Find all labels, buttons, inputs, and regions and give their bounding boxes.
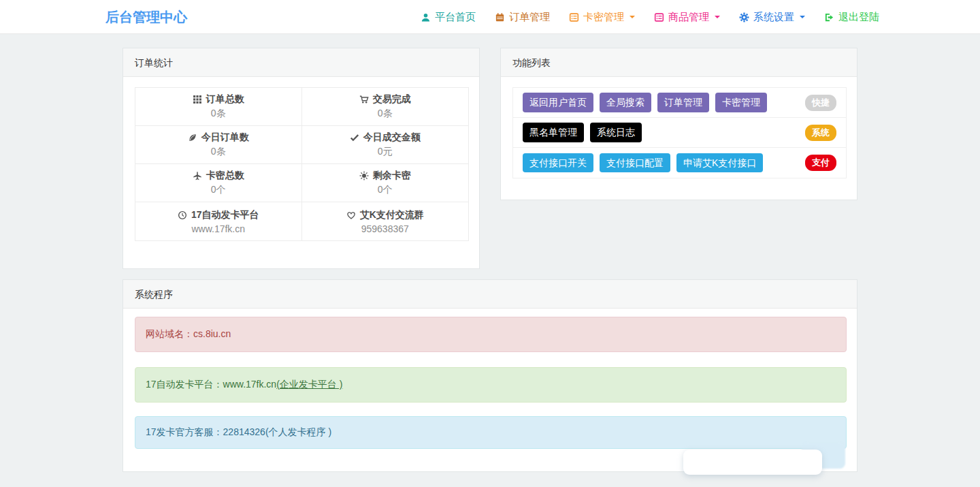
stat-cell-completed: 交易完成 0条 <box>302 88 469 126</box>
alert-official-support: 17发卡官方客服：22814326 (个人发卡程序 ) <box>135 416 847 449</box>
main-nav: 平台首页 订单管理 卡密管理 商品管理 系统设置 <box>421 0 879 34</box>
top-navbar: 后台管理中心 平台首页 订单管理 卡密管理 商品管理 系统 <box>0 0 980 34</box>
stat-cell-platform: 17自动发卡平台 www.17fk.cn <box>135 202 302 240</box>
stat-cell-today-amount: 今日成交金额 0元 <box>302 126 469 164</box>
stat-value: 959638367 <box>361 223 409 234</box>
order-stats-title: 订单统计 <box>123 48 479 77</box>
stat-value: 0个 <box>211 184 226 196</box>
list-icon <box>569 12 579 22</box>
gear-icon <box>739 12 749 22</box>
alert-text: 网站域名：cs.8iu.cn <box>146 328 231 341</box>
stat-value: 0条 <box>378 108 393 120</box>
btn-blacklist-manage[interactable]: 黑名单管理 <box>523 123 584 142</box>
stat-label: 今日订单数 <box>201 131 249 144</box>
badge-system: 系统 <box>805 125 836 141</box>
check-icon <box>350 133 359 142</box>
stat-value: 0个 <box>378 184 393 196</box>
stat-cell-total-orders: 订单总数 0条 <box>135 88 302 126</box>
clock-icon <box>178 210 187 220</box>
stat-label: 剩余卡密 <box>373 170 411 182</box>
heart-icon <box>346 210 356 220</box>
link-enterprise-platform[interactable]: (企业发卡平台 ) <box>276 379 342 391</box>
cart-icon <box>359 95 369 104</box>
function-list-panel: 功能列表 返回用户首页 全局搜索 订单管理 卡密管理 快捷 黑名单管理 系统日志… <box>500 48 858 200</box>
btn-apply-aik-pay[interactable]: 申请艾K支付接口 <box>676 153 763 172</box>
badge-quick: 快捷 <box>805 95 836 111</box>
logout-icon <box>824 12 834 22</box>
alert-card-platform: 17自动发卡平台：www.17fk.cn (企业发卡平台 ) <box>135 367 847 403</box>
function-list-title: 功能列表 <box>501 48 857 77</box>
nav-item-home[interactable]: 平台首页 <box>421 11 476 24</box>
nav-item-label: 卡密管理 <box>583 11 624 24</box>
stat-cell-group: 艾K支付交流群 959638367 <box>302 202 469 240</box>
btn-card-manage[interactable]: 卡密管理 <box>715 93 767 112</box>
list-icon <box>654 12 664 22</box>
app-title: 后台管理中心 <box>105 0 187 34</box>
stat-label: 今日成交金额 <box>363 131 421 144</box>
btn-pay-config[interactable]: 支付接口配置 <box>600 153 670 172</box>
function-row-quick: 返回用户首页 全局搜索 订单管理 卡密管理 快捷 <box>513 88 846 118</box>
chevron-down-icon <box>800 16 805 18</box>
stats-table: 订单总数 0条 交易完成 0条 今日订单数 0条 今日成交金额 0元 卡密总数 … <box>135 87 469 241</box>
btn-order-manage[interactable]: 订单管理 <box>657 93 709 112</box>
stat-label: 艾K支付交流群 <box>360 209 424 221</box>
stat-cell-remaining-cards: 剩余卡密 0个 <box>302 164 469 202</box>
nav-item-orders[interactable]: 订单管理 <box>495 11 550 24</box>
user-icon <box>421 12 431 22</box>
function-row-payment: 支付接口开关 支付接口配置 申请艾K支付接口 支付 <box>513 148 846 178</box>
btn-system-log[interactable]: 系统日志 <box>590 123 642 142</box>
badge-payment: 支付 <box>805 155 836 171</box>
nav-item-label: 商品管理 <box>668 11 709 24</box>
plane-icon <box>193 171 202 180</box>
stat-value: 0条 <box>211 108 226 120</box>
stat-cell-today-orders: 今日订单数 0条 <box>135 126 302 164</box>
nav-item-label: 系统设置 <box>753 11 794 24</box>
system-program-panel: 系统程序 网站域名：cs.8iu.cn 17自动发卡平台：www.17fk.cn… <box>122 279 858 472</box>
alert-text: 17自动发卡平台：www.17fk.cn <box>146 379 276 391</box>
chevron-down-icon <box>630 16 635 18</box>
stat-label: 卡密总数 <box>206 170 244 182</box>
stat-label: 订单总数 <box>206 93 244 106</box>
order-stats-panel: 订单统计 订单总数 0条 交易完成 0条 今日订单数 0条 今日成交金额 0元 … <box>122 48 480 269</box>
stat-label: 17自动发卡平台 <box>191 209 259 221</box>
btn-pay-switch[interactable]: 支付接口开关 <box>523 153 593 172</box>
function-box: 返回用户首页 全局搜索 订单管理 卡密管理 快捷 黑名单管理 系统日志 系统 支… <box>512 87 847 178</box>
page: 后台管理中心 平台首页 订单管理 卡密管理 商品管理 系统 <box>0 0 980 487</box>
alert-site-domain: 网站域名：cs.8iu.cn <box>135 317 847 352</box>
nav-item-label: 退出登陆 <box>838 11 879 24</box>
stat-cell-total-cards: 卡密总数 0个 <box>135 164 302 202</box>
sun-icon <box>359 171 369 180</box>
grid-icon <box>193 95 202 104</box>
alert-text: 17发卡官方客服：22814326 <box>146 426 265 439</box>
nav-item-logout[interactable]: 退出登陆 <box>824 11 879 24</box>
nav-item-settings[interactable]: 系统设置 <box>739 11 805 24</box>
chevron-down-icon <box>715 16 720 18</box>
stat-value: 0元 <box>378 146 393 158</box>
link-personal-program[interactable]: (个人发卡程序 ) <box>265 426 331 439</box>
blur-artifact-white <box>683 450 822 475</box>
btn-back-user-home[interactable]: 返回用户首页 <box>523 93 593 112</box>
stat-value: 0条 <box>211 146 226 158</box>
btn-global-search[interactable]: 全局搜索 <box>600 93 651 112</box>
nav-item-goods[interactable]: 商品管理 <box>654 11 720 24</box>
calendar-icon <box>495 12 505 22</box>
nav-item-label: 订单管理 <box>509 11 550 24</box>
system-program-title: 系统程序 <box>123 280 857 309</box>
stat-label: 交易完成 <box>373 93 411 106</box>
nav-item-label: 平台首页 <box>435 11 476 24</box>
nav-item-cards[interactable]: 卡密管理 <box>569 11 635 24</box>
leaf-icon <box>188 133 197 142</box>
function-row-system: 黑名单管理 系统日志 系统 <box>513 118 846 148</box>
stat-value: www.17fk.cn <box>191 223 245 234</box>
